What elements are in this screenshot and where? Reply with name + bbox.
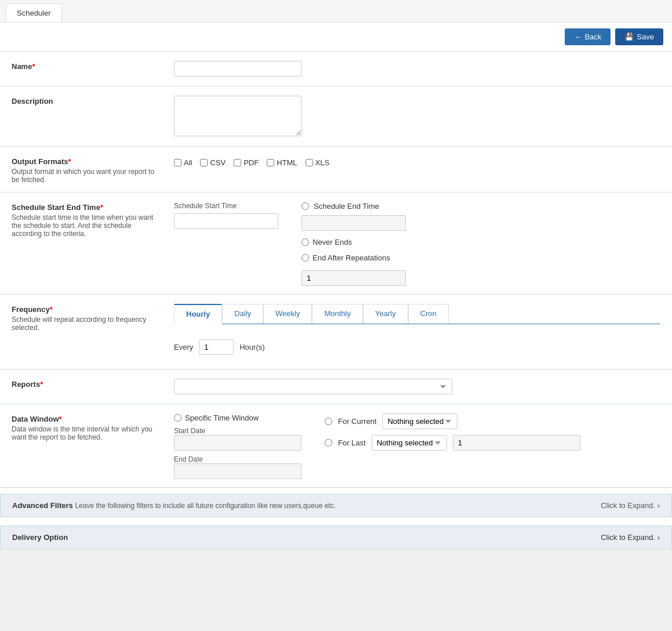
reports-select[interactable] bbox=[174, 379, 452, 394]
freq-tab-daily[interactable]: Daily bbox=[222, 304, 263, 324]
output-formats-desc: Output format in which you want your rep… bbox=[12, 168, 162, 184]
every-value-input[interactable] bbox=[199, 339, 234, 355]
reports-label-col: Reports* bbox=[12, 378, 174, 389]
reports-control-col bbox=[174, 378, 660, 394]
schedule-time-label-col: Schedule Start End Time* Schedule start … bbox=[12, 201, 174, 238]
delivery-option-bar[interactable]: Delivery Option Click to Expand. › bbox=[0, 525, 672, 549]
output-formats-row: Output Formats* Output format in which y… bbox=[0, 147, 672, 193]
checkbox-all-input[interactable] bbox=[174, 159, 181, 166]
checkbox-html[interactable]: HTML bbox=[267, 158, 297, 167]
schedule-start-time-input[interactable] bbox=[174, 213, 278, 229]
checkbox-csv[interactable]: CSV bbox=[200, 158, 226, 167]
schedule-time-inner: Schedule Start Time Schedule End Time Ne… bbox=[174, 202, 660, 286]
checkbox-pdf-input[interactable] bbox=[234, 159, 241, 166]
checkbox-all[interactable]: All bbox=[174, 158, 192, 167]
freq-tab-yearly[interactable]: Yearly bbox=[363, 304, 408, 324]
repeat-value-input[interactable] bbox=[302, 270, 406, 286]
description-control-col bbox=[174, 95, 660, 138]
checkbox-pdf[interactable]: PDF bbox=[234, 158, 259, 167]
for-last-num-input[interactable] bbox=[453, 435, 580, 451]
repeat-input-row bbox=[302, 270, 406, 286]
start-date-group: Start Date bbox=[174, 427, 302, 451]
description-label: Description bbox=[12, 97, 162, 106]
advanced-filters-left: Advanced Filters Leave the following fil… bbox=[12, 501, 336, 510]
save-button[interactable]: 💾 Save bbox=[615, 28, 663, 45]
name-control-col bbox=[174, 60, 660, 77]
checkbox-group: All CSV PDF HTML bbox=[174, 156, 660, 167]
end-date-input[interactable] bbox=[174, 463, 302, 479]
never-ends-radio[interactable] bbox=[302, 238, 309, 246]
end-after-option: End After Repeatations bbox=[302, 253, 406, 262]
checkbox-xls-input[interactable] bbox=[306, 159, 313, 166]
description-input[interactable] bbox=[174, 96, 302, 136]
name-label: Name* bbox=[12, 62, 162, 71]
start-date-input[interactable] bbox=[174, 435, 302, 451]
back-label: Back bbox=[584, 32, 601, 41]
data-window-desc: Data window is the time interval for whi… bbox=[12, 425, 162, 441]
never-ends-option: Never Ends bbox=[302, 238, 406, 246]
frequency-desc: Schedule will repeat according to freque… bbox=[12, 316, 162, 332]
advanced-filters-bar[interactable]: Advanced Filters Leave the following fil… bbox=[0, 494, 672, 517]
output-formats-label-col: Output Formats* Output format in which y… bbox=[12, 155, 174, 184]
start-date-label: Start Date bbox=[174, 427, 302, 435]
specific-time-col: Specific Time Window Start Date End Date bbox=[174, 414, 302, 479]
back-button[interactable]: ← Back bbox=[565, 28, 611, 45]
checkbox-html-input[interactable] bbox=[267, 159, 274, 166]
never-ends-label: Never Ends bbox=[313, 238, 352, 246]
schedule-end-time-input[interactable] bbox=[302, 215, 406, 231]
end-time-input-row: Schedule End Time bbox=[302, 202, 406, 211]
for-last-radio[interactable] bbox=[325, 439, 332, 447]
back-arrow-icon: ← bbox=[574, 32, 582, 41]
frequency-tabs: Hourly Daily Weekly Monthly Yearly Cron bbox=[174, 304, 660, 324]
name-row: Name* bbox=[0, 52, 672, 86]
for-last-select[interactable]: Nothing selected bbox=[372, 435, 447, 451]
for-last-label: For Last bbox=[338, 438, 366, 447]
freq-tab-weekly[interactable]: Weekly bbox=[263, 304, 312, 324]
frequency-controls: Hourly Daily Weekly Monthly Yearly Cron … bbox=[174, 303, 660, 361]
name-label-col: Name* bbox=[12, 60, 174, 71]
scheduler-tab[interactable]: Scheduler bbox=[6, 3, 62, 22]
frequency-label-col: Frequency* Schedule will repeat accordin… bbox=[12, 303, 174, 332]
freq-tab-monthly[interactable]: Monthly bbox=[312, 304, 363, 324]
end-after-label: End After Repeatations bbox=[313, 253, 390, 262]
output-formats-label: Output Formats* bbox=[12, 157, 162, 166]
specific-time-radio[interactable] bbox=[174, 414, 181, 422]
data-window-label-col: Data Window* Data window is the time int… bbox=[12, 412, 174, 441]
toolbar: ← Back 💾 Save bbox=[0, 23, 672, 52]
data-window-controls: Specific Time Window Start Date End Date bbox=[174, 412, 660, 479]
for-current-radio[interactable] bbox=[325, 418, 332, 425]
end-after-radio[interactable] bbox=[302, 254, 309, 262]
name-input[interactable] bbox=[174, 61, 302, 77]
save-icon: 💾 bbox=[624, 32, 634, 41]
frequency-content: Every Hour(s) bbox=[174, 333, 660, 361]
description-row: Description bbox=[0, 86, 672, 147]
specific-time-label: Specific Time Window bbox=[185, 414, 259, 422]
delivery-option-expand: Click to Expand. › bbox=[601, 533, 660, 542]
checkbox-xls[interactable]: XLS bbox=[306, 158, 330, 167]
schedule-end-col: Schedule End Time Never Ends End After R… bbox=[302, 202, 406, 286]
every-label: Every bbox=[174, 343, 193, 351]
schedule-time-row: Schedule Start End Time* Schedule start … bbox=[0, 193, 672, 295]
advanced-filters-title: Advanced Filters bbox=[12, 501, 73, 510]
reports-label: Reports* bbox=[12, 380, 162, 389]
form-container: Name* Description Output Formats* Output bbox=[0, 52, 672, 488]
schedule-end-time-label: Schedule End Time bbox=[314, 202, 379, 211]
output-formats-controls: All CSV PDF HTML bbox=[174, 155, 660, 167]
checkbox-csv-input[interactable] bbox=[200, 159, 208, 166]
save-label: Save bbox=[637, 32, 654, 41]
data-window-row: Data Window* Data window is the time int… bbox=[0, 404, 672, 488]
end-time-radio[interactable] bbox=[302, 202, 309, 210]
reports-row: Reports* bbox=[0, 369, 672, 404]
delivery-option-title: Delivery Option bbox=[12, 533, 68, 542]
for-current-select[interactable]: Nothing selected bbox=[382, 414, 457, 429]
schedule-start-time-label: Schedule Start Time bbox=[174, 202, 278, 210]
frequency-row: Frequency* Schedule will repeat accordin… bbox=[0, 295, 672, 369]
freq-tab-hourly[interactable]: Hourly bbox=[174, 304, 222, 324]
freq-tab-cron[interactable]: Cron bbox=[408, 304, 449, 324]
tab-bar: Scheduler bbox=[0, 0, 672, 23]
frequency-label: Frequency* bbox=[12, 305, 162, 314]
data-window-inner: Specific Time Window Start Date End Date bbox=[174, 414, 660, 479]
schedule-time-controls: Schedule Start Time Schedule End Time Ne… bbox=[174, 201, 660, 286]
schedule-time-label: Schedule Start End Time* bbox=[12, 203, 162, 212]
advanced-filters-desc: Leave the following filters to include a… bbox=[75, 502, 336, 510]
